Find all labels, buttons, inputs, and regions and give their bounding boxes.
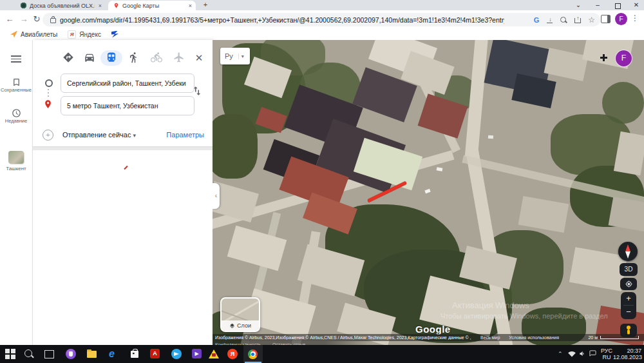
panel-collapse-button[interactable]: ‹ — [213, 183, 220, 209]
mode-flight-icon[interactable] — [173, 52, 186, 64]
close-directions-icon[interactable]: ✕ — [193, 52, 205, 64]
bookmark-avia[interactable]: Авиабилеты — [10, 31, 57, 38]
yandex-browser-icon[interactable]: Я — [227, 349, 238, 359]
browser-window: Доска объявлений OLX.uz, ран × Google Ка… — [0, 0, 644, 363]
3d-button[interactable]: 3D — [620, 263, 638, 276]
olx-favicon — [21, 3, 26, 8]
window-maximize-button[interactable] — [608, 0, 626, 10]
scale-control: 20 м — [588, 334, 639, 341]
tab-google-maps[interactable]: Google Карты × — [108, 1, 196, 10]
triangle-app-icon[interactable] — [209, 349, 219, 359]
window-close-button[interactable]: ✕ — [627, 0, 644, 10]
install-app-icon[interactable]: ↓ — [545, 16, 553, 24]
file-explorer-icon[interactable] — [87, 349, 97, 359]
language-indicator[interactable]: РУСRU — [599, 345, 614, 363]
zoom-out-button[interactable]: − — [621, 306, 636, 319]
mode-transit-icon-selected[interactable] — [106, 52, 118, 64]
map-profile-avatar[interactable]: F — [615, 50, 632, 67]
profile-avatar[interactable]: F — [615, 13, 627, 25]
destination-input[interactable]: 5 метро Ташкент, Узбекистан — [61, 96, 194, 115]
feedback-link[interactable]: Оставить отзыв — [272, 342, 305, 345]
forward-button[interactable]: → — [18, 14, 30, 25]
menu-hamburger-icon[interactable] — [11, 55, 21, 63]
bookmark-star-icon[interactable]: ☆ — [588, 16, 595, 24]
tab-olx[interactable]: Доска объявлений OLX.uz, ран × — [15, 1, 106, 10]
acrobat-icon[interactable]: A — [150, 349, 160, 358]
sidebar-label: Недавние — [0, 118, 32, 124]
scale-label: 20 м — [588, 335, 598, 340]
map-canvas[interactable]: Активация Windows Чтобы активировать Win… — [213, 40, 644, 345]
media-player-icon[interactable]: ▶ — [192, 349, 202, 358]
layers-label: Слои — [237, 322, 251, 329]
padlock-icon[interactable] — [50, 18, 56, 23]
mode-walking-icon[interactable] — [128, 52, 141, 64]
bookmark-icon — [12, 77, 21, 87]
clock[interactable]: 20:3712.08.2023 — [613, 345, 641, 363]
small-cross-marker — [600, 54, 607, 61]
telegram-icon[interactable] — [171, 349, 182, 359]
google-g-icon[interactable]: G — [534, 16, 540, 24]
window-chevron-button[interactable]: ⌄ — [569, 0, 587, 10]
chrome-icon[interactable] — [248, 349, 258, 359]
add-stop-icon[interactable]: + — [43, 130, 53, 141]
compass-control[interactable] — [618, 242, 638, 261]
bookmarks-bar: Авиабилеты Я Яндекс — [0, 28, 644, 41]
route-options-link[interactable]: Параметры — [166, 131, 204, 139]
bookmark-z[interactable] — [111, 31, 118, 38]
zoom-in-button[interactable]: + — [621, 292, 636, 305]
mode-best-route-icon[interactable] — [62, 52, 75, 64]
my-location-button[interactable] — [620, 278, 637, 290]
tab-title: Доска объявлений OLX.uz, ран — [30, 3, 95, 9]
bookmark-label: Авиабилеты — [21, 31, 57, 38]
windows-taskbar: e A ▶ Я ⌃ РУСRU 20:3712.08.2023 — [0, 345, 644, 363]
loading-artifact — [124, 166, 128, 170]
tray-expand-icon[interactable]: ⌃ — [558, 345, 563, 363]
swap-locations-button[interactable] — [191, 85, 203, 99]
tab-close-icon[interactable]: × — [99, 3, 102, 9]
share-icon[interactable]: ↑ — [574, 16, 582, 24]
taskbar-search-icon[interactable] — [24, 349, 35, 359]
chevron-down-icon: ▾ — [133, 132, 136, 139]
privacy-link[interactable]: Конфиденциальность — [215, 342, 261, 345]
compass-needle-south — [625, 251, 630, 259]
microsoft-store-icon[interactable] — [129, 349, 140, 359]
side-panel-icon[interactable] — [601, 15, 611, 23]
reload-button[interactable]: ↻ — [31, 14, 43, 25]
volume-icon[interactable] — [579, 350, 586, 363]
directions-panel: ✕ Сергелийский район, Ташкент, Узбеки 5 … — [33, 40, 213, 345]
origin-circle-icon — [45, 79, 53, 87]
mode-driving-icon[interactable] — [84, 52, 97, 64]
connector-dot — [48, 95, 49, 97]
history-clock-icon — [12, 108, 21, 118]
sidebar-item-recent[interactable]: Недавние — [0, 108, 32, 124]
new-tab-button[interactable]: + — [201, 1, 210, 10]
notification-icon[interactable] — [589, 350, 596, 363]
layers-button[interactable]: Слои — [220, 297, 260, 332]
google-logo: Google — [415, 324, 451, 335]
mode-cycling-icon[interactable] — [151, 52, 164, 64]
satellite-imagery — [213, 40, 644, 345]
browser-menu-icon[interactable]: ⋮ — [631, 14, 639, 23]
tab-close-icon[interactable]: × — [189, 3, 192, 9]
language-button[interactable]: Ру ▾ — [220, 48, 250, 64]
task-view-icon[interactable] — [44, 349, 55, 359]
chevron-down-icon: ▾ — [238, 54, 247, 59]
omnibox-actions: G ↓ ↑ ☆ — [534, 13, 595, 26]
maps-pin-favicon — [113, 3, 119, 8]
url-text[interactable]: google.com/maps/dir/41.1995431,69.199176… — [60, 16, 504, 24]
wifi-icon[interactable] — [568, 351, 576, 363]
edge-browser-icon[interactable]: e — [109, 349, 119, 359]
window-minimize-button[interactable]: – — [589, 0, 607, 10]
world-link[interactable]: Весь мир — [480, 335, 500, 340]
back-button[interactable]: ← — [4, 14, 15, 25]
origin-input[interactable]: Сергелийский район, Ташкент, Узбеки — [61, 74, 194, 93]
bookmark-yandex[interactable]: Я Яндекс — [68, 30, 101, 39]
zoom-page-icon[interactable] — [560, 16, 567, 24]
sidebar-item-saved[interactable]: Сохраненные — [0, 77, 32, 93]
departure-time-dropdown[interactable]: Отправление сейчас ▾ — [62, 131, 136, 139]
address-bar[interactable]: google.com/maps/dir/41.1995431,69.199176… — [43, 13, 600, 26]
terms-link[interactable]: Условия использования — [509, 335, 559, 340]
sidebar-item-tashkent[interactable]: Ташкент — [0, 151, 32, 172]
start-button[interactable] — [5, 349, 15, 359]
yandex-alice-icon[interactable] — [66, 349, 76, 359]
